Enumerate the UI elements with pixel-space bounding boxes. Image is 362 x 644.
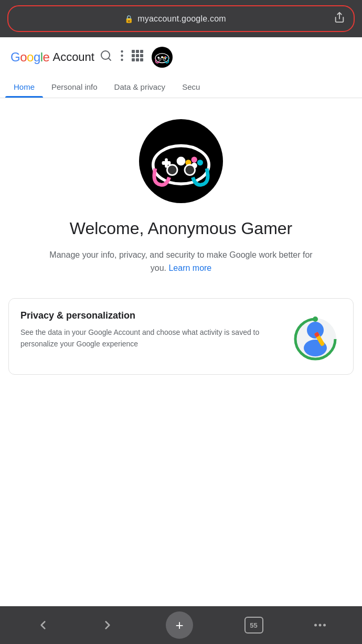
main-content: Google Account [0, 37, 362, 606]
privacy-card[interactable]: Privacy & personalization See the data i… [8, 298, 354, 375]
privacy-card-description: See the data in your Google Account and … [20, 326, 281, 350]
profile-section: Welcome, Anonymous Gamer Manage your inf… [0, 98, 362, 288]
svg-rect-14 [140, 58, 143, 61]
plus-icon: + [175, 618, 183, 632]
svg-rect-29 [165, 158, 168, 167]
welcome-text: Welcome, Anonymous Gamer [70, 218, 292, 240]
subtitle-text: Manage your info, privacy, and security … [45, 248, 317, 275]
svg-rect-11 [140, 54, 143, 57]
privacy-card-title: Privacy & personalization [20, 310, 281, 321]
google-logo: Google Account [10, 50, 94, 65]
svg-point-4 [121, 55, 123, 57]
new-tab-button[interactable]: + [166, 611, 193, 639]
svg-point-45 [319, 624, 322, 627]
svg-point-30 [191, 157, 197, 163]
svg-point-36 [185, 165, 195, 175]
header: Google Account [0, 37, 362, 75]
search-icon[interactable] [100, 49, 112, 65]
svg-point-23 [161, 56, 163, 58]
share-icon[interactable] [334, 12, 345, 26]
svg-line-2 [109, 58, 111, 60]
more-vert-icon[interactable] [121, 50, 123, 65]
svg-point-43 [313, 316, 318, 322]
privacy-card-text: Privacy & personalization See the data i… [20, 310, 281, 350]
g-letter: G [10, 50, 20, 64]
svg-point-44 [314, 624, 317, 627]
g-letter-2: g [34, 50, 40, 64]
svg-rect-6 [132, 50, 135, 53]
url-text: myaccount.google.com [137, 14, 226, 24]
google-logo-text: Google [10, 50, 49, 65]
tab-data-privacy[interactable]: Data & privacy [106, 75, 174, 98]
svg-rect-13 [136, 58, 139, 61]
tab-count-label: 55 [250, 621, 257, 629]
content-spacer [0, 385, 362, 606]
svg-rect-12 [132, 58, 135, 61]
address-bar[interactable]: 🔒 myaccount.google.com [7, 5, 355, 32]
e-letter: e [43, 50, 50, 64]
svg-rect-7 [136, 50, 139, 53]
menu-button[interactable] [314, 624, 326, 627]
forward-button[interactable] [101, 618, 114, 632]
address-bar-inner: 🔒 myaccount.google.com [17, 14, 334, 24]
back-button[interactable] [36, 618, 50, 632]
svg-point-46 [323, 624, 326, 627]
svg-point-3 [121, 50, 123, 52]
svg-point-35 [167, 165, 177, 175]
profile-avatar [139, 119, 223, 203]
svg-point-25 [163, 58, 166, 61]
svg-point-31 [197, 160, 203, 165]
tab-security[interactable]: Secu [174, 75, 208, 98]
account-text: Account [52, 50, 94, 64]
o-letter-1: o [20, 50, 27, 64]
svg-rect-9 [132, 54, 135, 57]
o-letter-2: o [27, 50, 34, 64]
learn-more-link[interactable]: Learn more [168, 263, 211, 272]
svg-rect-18 [158, 57, 158, 59]
lock-icon: 🔒 [124, 15, 133, 23]
svg-point-20 [166, 57, 167, 58]
tab-count-button[interactable]: 55 [244, 617, 263, 634]
bottom-nav: + 55 [0, 606, 362, 644]
header-icons [100, 47, 173, 68]
svg-rect-8 [140, 50, 143, 53]
address-bar-container: 🔒 myaccount.google.com [0, 0, 362, 37]
apps-icon[interactable] [132, 50, 143, 65]
svg-point-34 [177, 157, 186, 166]
avatar[interactable] [152, 47, 173, 68]
svg-point-19 [165, 56, 166, 58]
tab-home[interactable]: Home [5, 75, 43, 98]
privacy-card-image [289, 310, 342, 363]
svg-rect-10 [136, 54, 139, 57]
svg-point-24 [158, 58, 161, 61]
nav-tabs: Home Personal info Data & privacy Secu [0, 75, 362, 98]
tab-personal-info[interactable]: Personal info [43, 75, 106, 98]
svg-point-5 [121, 59, 123, 61]
